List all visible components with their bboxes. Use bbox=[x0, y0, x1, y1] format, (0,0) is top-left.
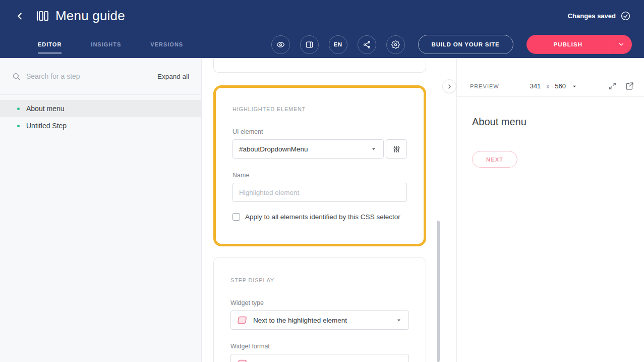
layout-panel-icon bbox=[305, 40, 314, 49]
changes-saved-label: Changes saved bbox=[568, 12, 616, 20]
preview-header: PREVIEW 341 x 560 bbox=[457, 76, 644, 97]
step-list-item-about-menu[interactable]: About menu bbox=[0, 100, 201, 117]
steps-sidebar: Expand all About menu Untitled Step bbox=[0, 58, 202, 362]
chevron-down-icon bbox=[571, 83, 577, 89]
step-display-card: STEP DISPLAY Widget type Next to the hig… bbox=[213, 257, 426, 362]
publish-dropdown-button[interactable] bbox=[610, 35, 632, 54]
back-chevron-icon bbox=[14, 11, 25, 22]
widget-type-value: Next to the highlighted element bbox=[253, 317, 347, 324]
gear-icon bbox=[391, 40, 400, 49]
external-link-icon bbox=[625, 82, 634, 90]
highlighted-element-name-input[interactable] bbox=[232, 183, 407, 202]
publish-button-group: PUBLISH bbox=[526, 35, 632, 54]
widget-type-label: Widget type bbox=[230, 299, 409, 306]
tab-bar: EDITOR INSIGHTS VERSIONS bbox=[38, 38, 183, 50]
layout-panel-button[interactable] bbox=[300, 35, 319, 54]
share-button[interactable] bbox=[358, 35, 376, 54]
tab-editor[interactable]: EDITOR bbox=[38, 38, 62, 50]
back-button[interactable] bbox=[12, 9, 27, 24]
widget-format-select[interactable] bbox=[230, 354, 409, 362]
open-in-new-window-button[interactable] bbox=[625, 82, 634, 90]
page-title: Menu guide bbox=[55, 8, 125, 24]
collapse-preview-button[interactable] bbox=[442, 79, 456, 93]
selector-settings-button[interactable] bbox=[386, 139, 407, 159]
header-actions: EN BUILD ON YOUR SITE PUBLISH bbox=[271, 35, 632, 54]
build-on-your-site-button[interactable]: BUILD ON YOUR SITE bbox=[418, 35, 513, 54]
app-window: Menu guide Changes saved EDITOR INSIGHTS… bbox=[0, 0, 644, 362]
preview-height-value: 560 bbox=[555, 82, 566, 90]
chevron-down-icon bbox=[618, 41, 625, 48]
size-separator: x bbox=[546, 83, 549, 90]
step-search-input[interactable] bbox=[26, 72, 157, 80]
resize-diagonal-icon bbox=[608, 82, 617, 90]
settings-button[interactable] bbox=[386, 35, 405, 54]
guide-icon bbox=[35, 9, 49, 23]
tab-versions[interactable]: VERSIONS bbox=[150, 38, 183, 50]
preview-body: About menu NEXT bbox=[457, 97, 644, 187]
widget-type-icon bbox=[237, 315, 248, 325]
search-icon bbox=[12, 72, 21, 81]
widget-format-icon bbox=[237, 358, 248, 362]
ui-element-label: UI element bbox=[232, 128, 407, 135]
expand-all-link[interactable]: Expand all bbox=[157, 73, 189, 80]
preview-step-title: About menu bbox=[472, 116, 629, 128]
apply-all-checkbox[interactable] bbox=[232, 213, 240, 221]
tab-insights[interactable]: INSIGHTS bbox=[91, 38, 121, 50]
section-title: STEP DISPLAY bbox=[230, 277, 409, 283]
widget-format-label: Widget format bbox=[230, 343, 409, 350]
step-editor-panel: HIGHLIGHTED ELEMENT UI element #aboutDro… bbox=[202, 58, 456, 362]
share-icon bbox=[363, 40, 371, 49]
preview-eye-button[interactable] bbox=[271, 35, 290, 54]
preview-panel: PREVIEW 341 x 560 bbox=[456, 58, 644, 362]
highlighted-element-card: HIGHLIGHTED ELEMENT UI element #aboutDro… bbox=[213, 85, 426, 246]
expand-preview-button[interactable] bbox=[608, 82, 617, 90]
section-title: HIGHLIGHTED ELEMENT bbox=[232, 106, 407, 112]
name-label: Name bbox=[232, 172, 407, 179]
step-list: About menu Untitled Step bbox=[0, 100, 201, 134]
changes-saved-status: Changes saved bbox=[568, 11, 631, 21]
preview-size-selector[interactable]: 341 x 560 bbox=[530, 82, 577, 90]
chevron-down-icon bbox=[370, 145, 377, 152]
chevron-down-icon bbox=[395, 317, 402, 324]
previous-section-card-partial bbox=[213, 58, 426, 73]
sliders-icon bbox=[392, 145, 401, 153]
publish-button[interactable]: PUBLISH bbox=[526, 35, 610, 54]
check-circle-icon bbox=[620, 11, 631, 21]
ui-element-select[interactable]: #aboutDropdownMenu bbox=[232, 139, 384, 159]
eye-icon bbox=[276, 40, 285, 49]
language-button[interactable]: EN bbox=[329, 35, 347, 54]
preview-title: PREVIEW bbox=[470, 83, 499, 89]
preview-width-value: 341 bbox=[530, 82, 541, 90]
chevron-down-icon bbox=[395, 360, 402, 362]
step-status-dot bbox=[17, 125, 20, 127]
preview-next-button[interactable]: NEXT bbox=[472, 151, 517, 168]
top-header: Menu guide Changes saved EDITOR INSIGHTS… bbox=[0, 0, 644, 58]
step-label: About menu bbox=[26, 105, 65, 113]
editor-scrollbar[interactable] bbox=[437, 221, 440, 362]
ui-element-value: #aboutDropdownMenu bbox=[239, 145, 308, 153]
step-search-row: Expand all bbox=[0, 58, 201, 95]
step-label: Untitled Step bbox=[26, 122, 67, 130]
widget-type-select[interactable]: Next to the highlighted element bbox=[230, 311, 409, 330]
step-list-item-untitled-step[interactable]: Untitled Step bbox=[0, 117, 201, 134]
language-label: EN bbox=[334, 41, 342, 47]
apply-all-label: Apply to all elements identified by this… bbox=[245, 213, 400, 221]
step-status-dot bbox=[17, 108, 20, 110]
chevron-right-icon bbox=[446, 83, 453, 90]
